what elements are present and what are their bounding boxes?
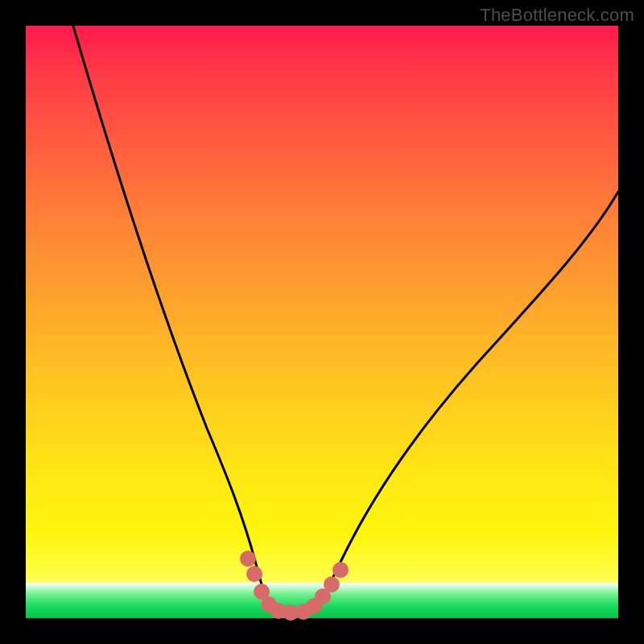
marker-dot [240,551,256,567]
watermark-text: TheBottleneck.com [480,5,634,26]
marker-dot [332,562,349,578]
marker-dot [324,576,340,592]
bottleneck-curve [73,26,618,613]
chart-frame: TheBottleneck.com [0,0,644,644]
curve-layer [26,26,618,618]
plot-area [26,26,618,618]
marker-dot [246,566,262,582]
